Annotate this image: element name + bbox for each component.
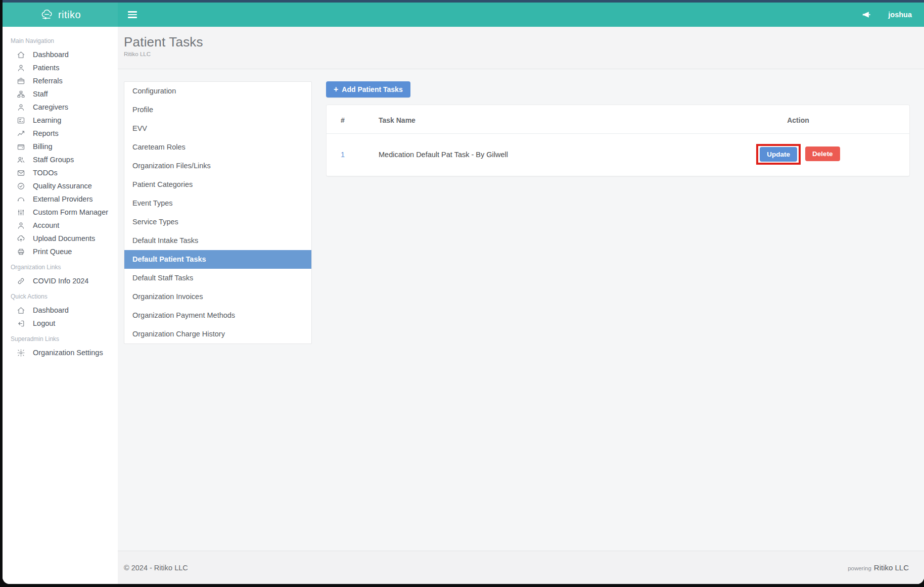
add-patient-tasks-button[interactable]: + Add Patient Tasks [326, 81, 410, 97]
user-icon [16, 221, 25, 230]
sidebar-section-organization-links: Organization Links [3, 258, 118, 274]
top-navbar: ritiko joshua [3, 3, 924, 27]
powering-text: powering Ritiko LLC [848, 563, 909, 572]
sidebar-item-label: Referrals [33, 77, 63, 85]
gear-icon [16, 348, 25, 357]
sidebar-item-label: Learning [33, 116, 61, 125]
briefcase-icon [16, 76, 25, 85]
sidebar-item-label: Staff [33, 90, 48, 99]
settings-menu-card: ConfigurationProfileEVVCareteam RolesOrg… [124, 81, 312, 344]
sidebar-item-todos[interactable]: TODOs [3, 166, 118, 179]
sidebar-item-label: Billing [33, 142, 53, 151]
sidebar-item-print-queue[interactable]: Print Queue [3, 245, 118, 258]
user-menu[interactable]: joshua [884, 8, 916, 22]
config-item-event-types[interactable]: Event Types [124, 194, 311, 213]
sidebar-item-dashboard[interactable]: Dashboard [3, 304, 118, 317]
config-item-patient-categories[interactable]: Patient Categories [124, 175, 311, 194]
table-row: 1Medication Default Pat Task - By Gilwel… [327, 134, 909, 176]
task-name-cell: Medication Default Pat Task - By Gilwell [365, 134, 748, 176]
sitemap-icon [16, 89, 25, 99]
sidebar-item-patients[interactable]: Patients [3, 61, 118, 74]
copyright-text: © 2024 - Ritiko LLC [124, 564, 188, 572]
config-item-configuration[interactable]: Configuration [124, 82, 311, 101]
link-icon [16, 276, 25, 285]
sidebar-item-label: External Providers [33, 195, 93, 204]
sidebar-item-covid-info-2024[interactable]: COVID Info 2024 [3, 274, 118, 287]
powering-brand: Ritiko LLC [874, 563, 909, 572]
sidebar-section-superadmin-links: Superadmin Links [3, 330, 118, 346]
sidebar-item-label: Patients [33, 64, 59, 72]
sidebar-section-main-navigation: Main Navigation [3, 32, 118, 48]
brand-logo[interactable]: ritiko [3, 3, 118, 27]
sidebar-item-external-providers[interactable]: External Providers [3, 192, 118, 206]
sidebar-item-label: Print Queue [33, 248, 72, 256]
config-item-organization-files-links[interactable]: Organization Files/Links [124, 157, 311, 175]
config-item-organization-charge-history[interactable]: Organization Charge History [124, 325, 311, 344]
column-header-task-name: Task Name [365, 105, 748, 134]
highlight-annotation: Update [756, 144, 801, 165]
page-content: ConfigurationProfileEVVCareteam RolesOrg… [118, 69, 924, 551]
config-item-default-staff-tasks[interactable]: Default Staff Tasks [124, 269, 311, 287]
mail-icon [16, 168, 25, 177]
ritiko-cloud-logo-icon [39, 8, 55, 21]
wallet-icon [16, 142, 25, 151]
sidebar-item-caregivers[interactable]: Caregivers [3, 101, 118, 114]
megaphone-icon [861, 10, 871, 20]
sidebar-item-staff[interactable]: Staff [3, 87, 118, 101]
config-item-service-types[interactable]: Service Types [124, 213, 311, 231]
sidebar-item-learning[interactable]: Learning [3, 114, 118, 127]
sidebar-item-account[interactable]: Account [3, 219, 118, 232]
sidebar-item-reports[interactable]: Reports [3, 127, 118, 140]
sidebar-item-label: Dashboard [33, 306, 69, 315]
card-icon [16, 116, 25, 125]
sidebar-item-custom-form-manager[interactable]: Custom Form Manager [3, 206, 118, 219]
sidebar-item-upload-documents[interactable]: Upload Documents [3, 232, 118, 245]
navbar-right: joshua [861, 8, 924, 22]
update-button[interactable]: Update [760, 147, 797, 162]
menu-toggle-button[interactable] [125, 7, 148, 22]
config-item-organization-payment-methods[interactable]: Organization Payment Methods [124, 306, 311, 325]
sidebar: Main NavigationDashboardPatientsReferral… [3, 27, 118, 584]
sidebar-item-label: Reports [33, 129, 59, 138]
delete-button[interactable]: Delete [805, 146, 840, 161]
arc-icon [16, 194, 25, 204]
sidebar-item-logout[interactable]: Logout [3, 317, 118, 330]
sidebar-item-referrals[interactable]: Referrals [3, 74, 118, 87]
sidebar-item-staff-groups[interactable]: Staff Groups [3, 153, 118, 166]
chart-icon [16, 129, 25, 138]
sidebar-item-dashboard[interactable]: Dashboard [3, 48, 118, 61]
sidebar-item-billing[interactable]: Billing [3, 140, 118, 153]
sidebar-item-label: Staff Groups [33, 156, 74, 164]
sidebar-item-label: Logout [33, 319, 55, 328]
column-header-: # [327, 105, 365, 134]
user-icon [16, 103, 25, 112]
powering-label: powering [848, 565, 871, 571]
user-icon [16, 63, 25, 72]
add-patient-tasks-label: Add Patient Tasks [342, 85, 402, 93]
app-body: Main NavigationDashboardPatientsReferral… [3, 27, 924, 584]
home-icon [16, 306, 25, 315]
tasks-panel: + Add Patient Tasks #Task NameAction 1Me… [326, 81, 910, 176]
config-item-default-patient-tasks[interactable]: Default Patient Tasks [124, 250, 311, 269]
config-item-evv[interactable]: EVV [124, 119, 311, 138]
config-item-default-intake-tasks[interactable]: Default Intake Tasks [124, 231, 311, 250]
sidebar-item-label: Upload Documents [33, 234, 95, 243]
logout-icon [16, 319, 25, 328]
tasks-table: #Task NameAction 1Medication Default Pat… [327, 105, 909, 176]
row-number-link[interactable]: 1 [341, 151, 345, 159]
config-item-careteam-roles[interactable]: Careteam Roles [124, 138, 311, 157]
brand-name: ritiko [58, 9, 81, 21]
sidebar-section-quick-actions: Quick Actions [3, 287, 118, 304]
sidebar-item-organization-settings[interactable]: Organization Settings [3, 346, 118, 359]
sidebar-item-label: Quality Assurance [33, 182, 92, 190]
tasks-table-card: #Task NameAction 1Medication Default Pat… [326, 105, 910, 176]
sliders-icon [16, 208, 25, 217]
hamburger-icon [128, 11, 137, 13]
app-window: ritiko joshua Main NavigationDashboardPa… [3, 0, 924, 584]
sidebar-item-quality-assurance[interactable]: Quality Assurance [3, 179, 118, 192]
config-item-profile[interactable]: Profile [124, 101, 311, 119]
home-icon [16, 50, 25, 59]
config-item-organization-invoices[interactable]: Organization Invoices [124, 287, 311, 306]
announcements-button[interactable] [861, 10, 871, 20]
sidebar-item-label: Dashboard [33, 51, 69, 59]
